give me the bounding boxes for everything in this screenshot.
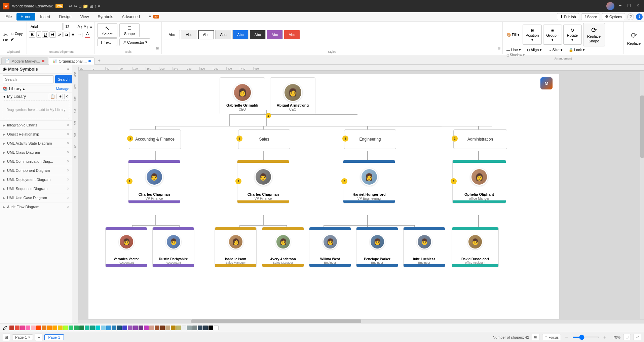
text-align-btn[interactable]: ≡ (89, 24, 92, 29)
sidebar-item-uml-use-case[interactable]: ▶ UML Use Case Diagram × (0, 193, 72, 202)
lock-btn[interactable]: 🔒Lock ▾ (567, 47, 586, 53)
staff-david[interactable]: 👨 David Dusseldorf office Assistant (452, 227, 499, 267)
style-swatch-4[interactable]: Abc (215, 30, 231, 39)
color-swatch-pink-hot[interactable] (20, 326, 25, 330)
ceo-abigail-node[interactable]: 👩 Abigail Armstrong CEO (270, 77, 315, 114)
position-btn[interactable]: ⊕Position▾ (523, 25, 542, 45)
canvas-viewport[interactable]: 👩 Gabrielle Grimaldi CEO 👩 Abigail Armst… (78, 71, 644, 323)
color-swatch-green-light[interactable] (69, 326, 73, 330)
shape-btn[interactable]: □ Shape (119, 23, 140, 37)
color-swatch-green-dark[interactable] (79, 326, 84, 330)
connector-btn[interactable]: ↗ Connector ▾ (119, 38, 150, 46)
format-painter-btn[interactable]: 🖌 (9, 37, 24, 42)
color-swatch-purple-dark[interactable] (139, 326, 143, 330)
page-tab[interactable]: Page-1 ▾ (12, 334, 33, 340)
font-decrease-btn[interactable]: A↓ (83, 24, 88, 29)
dept-accounting[interactable]: Accounting & Finance (129, 129, 181, 149)
color-swatch-teal-light[interactable] (85, 326, 89, 330)
section-close-icon[interactable]: × (67, 195, 69, 200)
select-btn[interactable]: ↖ Select (97, 23, 117, 38)
library-up-icon[interactable]: ▲ (22, 87, 26, 91)
strikethrough-btn[interactable]: S (49, 31, 56, 38)
color-swatch-blue[interactable] (112, 326, 116, 330)
sidebar-item-infographic-charts[interactable]: ▶ Infographic Charts × (0, 120, 72, 129)
color-swatch-gold[interactable] (171, 326, 176, 330)
color-swatch-brown-light[interactable] (149, 326, 154, 330)
template-icon[interactable]: ⊞ (89, 4, 93, 9)
color-swatch-magenta[interactable] (144, 326, 149, 330)
sidebar-item-object-relationship[interactable]: ▶ Object Relationship × (0, 129, 72, 139)
tab-modern-marketing[interactable]: 📄 Modern Marketi... (1, 58, 48, 64)
options-btn[interactable]: ⚙ Options (602, 13, 625, 20)
save-icon[interactable]: □ (79, 4, 81, 9)
color-swatch-tan[interactable] (165, 326, 170, 330)
color-swatch-blue-dark[interactable] (117, 326, 122, 330)
color-swatch-purple[interactable] (133, 326, 138, 330)
scrollbar-v[interactable] (640, 71, 644, 319)
section-close-icon[interactable]: × (67, 123, 69, 127)
scrollbar-h[interactable] (78, 319, 644, 323)
italic-btn[interactable]: I (36, 31, 41, 38)
color-swatch-khaki[interactable] (176, 326, 181, 330)
color-swatch-indigo[interactable] (122, 326, 127, 330)
style-swatch-6[interactable]: Abc (250, 30, 266, 39)
font-color-btn[interactable]: A (85, 31, 90, 38)
replace-shape-btn[interactable]: ⟳ReplaceShape (583, 23, 605, 46)
section-close-icon[interactable]: × (67, 186, 69, 191)
zoom-out-btn[interactable]: − (564, 334, 569, 340)
add-page-btn[interactable]: + (35, 334, 42, 341)
style-swatch-7[interactable]: Abc (267, 30, 283, 39)
menu-design[interactable]: Design (55, 13, 75, 21)
style-swatch-1[interactable]: Abc (164, 30, 180, 39)
tab-add-btn[interactable]: + (95, 57, 103, 64)
canvas-area[interactable]: -20 0 40 80 120 160 200 240 280 320 360 … (72, 65, 644, 323)
close-btn[interactable]: × (635, 2, 641, 10)
section-close-icon[interactable]: × (67, 168, 69, 173)
tab-organizational[interactable]: 📊 Organizational.... (49, 58, 94, 65)
style-swatch-3[interactable]: Abc (198, 30, 214, 39)
color-swatch-white[interactable] (214, 326, 219, 330)
menu-symbols[interactable]: Symbols (94, 13, 117, 21)
font-name-input[interactable] (29, 23, 63, 30)
section-close-icon[interactable]: × (67, 150, 69, 155)
vp-harriet[interactable]: 👩 Harriet Hungerford VP Engineering (343, 160, 395, 203)
color-swatch-yellow-orange[interactable] (52, 326, 57, 330)
superscript-btn[interactable]: x² (57, 32, 63, 37)
tools-expand-btn[interactable]: ⊞ (97, 46, 159, 50)
color-swatch-charcoal[interactable] (198, 326, 202, 330)
sidebar-item-uml-communication[interactable]: ▶ UML Communication Diag... × (0, 157, 72, 166)
style-swatch-2[interactable]: Abc (181, 30, 197, 39)
search-btn[interactable]: Search (55, 75, 72, 83)
vp-charles-finance[interactable]: 👨 Charles Chapman VP Finance (128, 160, 180, 203)
color-swatch-orange-light[interactable] (47, 326, 52, 330)
help-icon[interactable]: ? (627, 13, 634, 20)
sidebar-item-uml-sequence[interactable]: ▶ UML Sequence Diagram × (0, 184, 72, 193)
text-btn[interactable]: T Text (97, 38, 117, 46)
sidebar-item-uml-deployment[interactable]: ▶ UML Deployment Diagram × (0, 175, 72, 184)
color-swatch-cyan[interactable] (96, 326, 100, 330)
menu-ai[interactable]: AI hot (145, 13, 163, 21)
fullscreen-btn[interactable]: ⤢ (634, 334, 641, 340)
color-swatch-yellow[interactable] (58, 326, 63, 330)
layers-btn[interactable]: ⊞ (532, 334, 539, 340)
palette-dropper-icon[interactable]: 🖊 (3, 325, 7, 331)
menu-home[interactable]: Home (16, 13, 35, 21)
color-swatch-teal[interactable] (90, 326, 95, 330)
dept-sales[interactable]: Sales (238, 129, 290, 149)
notification-icon[interactable]: 1 (636, 13, 643, 20)
color-swatch-orange-red[interactable] (36, 326, 41, 330)
menu-insert[interactable]: Insert (36, 13, 54, 21)
my-library-expand-icon[interactable]: ▼ (3, 95, 6, 99)
line-btn[interactable]: ―Line ▾ (505, 47, 523, 53)
font-size-input[interactable] (64, 23, 76, 30)
style-swatch-5[interactable]: Abc (232, 30, 249, 39)
sidebar-item-audit-flow[interactable]: ▶ Audit Flow Diagram × (0, 202, 72, 211)
section-close-icon[interactable]: × (67, 177, 69, 182)
maximize-btn[interactable]: □ (626, 2, 632, 10)
share-btn[interactable]: ⤴ Share (581, 13, 600, 20)
redo-icon[interactable]: ↪ (74, 4, 77, 9)
align-btn[interactable]: ⊟Align ▾ (525, 47, 544, 53)
section-close-icon[interactable]: × (67, 159, 69, 164)
section-close-icon[interactable]: × (67, 141, 69, 146)
staff-penelope[interactable]: 👩 Penelope Parker Engineer (356, 227, 398, 267)
